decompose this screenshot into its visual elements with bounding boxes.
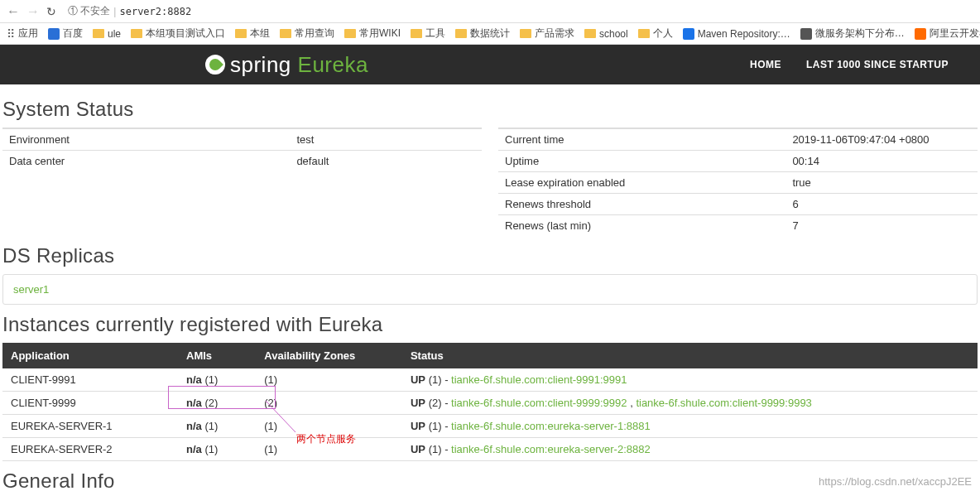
status-key: Renews (last min) <box>498 215 785 237</box>
status-value: 6 <box>785 194 978 215</box>
folder-icon <box>344 29 356 38</box>
system-status-right-table: Current time2019-11-06T09:47:04 +0800Upt… <box>498 128 978 236</box>
folder-icon <box>638 29 650 38</box>
bookmark-item[interactable]: 微服务架构下分布… <box>800 26 905 41</box>
status-key: Environment <box>2 128 290 151</box>
apps-button[interactable]: ⠿ 应用 <box>7 26 38 41</box>
favicon-icon <box>683 28 694 40</box>
status-row: Data centerdefault <box>2 151 482 172</box>
status-row: Lease expiration enabledtrue <box>498 172 978 194</box>
cell-az: (1) <box>256 415 402 438</box>
col-application: Application <box>2 343 178 368</box>
replica-box: server1 <box>2 274 978 305</box>
status-value: default <box>290 151 482 172</box>
address-bar[interactable]: ① 不安全 | server2:8882 <box>68 4 191 18</box>
back-button[interactable]: ← <box>7 4 20 19</box>
cell-az: (2) <box>256 392 402 415</box>
col-status: Status <box>402 343 978 368</box>
favicon-icon <box>800 28 812 40</box>
bookmark-item[interactable]: ule <box>93 26 121 41</box>
col-amis: AMIs <box>178 343 256 368</box>
apps-grid-icon: ⠿ <box>7 27 15 41</box>
cell-amis: n/a (1) <box>178 415 256 438</box>
status-value: 00:14 <box>785 151 978 172</box>
bookmark-item[interactable]: 数据统计 <box>455 26 510 41</box>
bookmark-item[interactable]: 工具 <box>411 26 445 41</box>
table-row: CLIENT-9999n/a (2)(2)UP (2) - tianke-6f.… <box>2 392 978 415</box>
bookmark-item[interactable]: 个人 <box>638 26 673 41</box>
folder-icon <box>235 29 247 38</box>
bookmark-item[interactable]: 常用查询 <box>280 26 334 41</box>
cell-amis: n/a (1) <box>178 368 256 392</box>
status-key: Lease expiration enabled <box>498 172 785 194</box>
watermark: https://blog.csdn.net/xaccpJ2EE <box>819 475 972 488</box>
system-status-left-table: EnvironmenttestData centerdefault <box>2 128 482 171</box>
instance-link[interactable]: tianke-6f.shule.com:eureka-server-1:8881 <box>451 420 651 432</box>
brand-eureka: Eureka <box>298 52 368 77</box>
table-row: EUREKA-SERVER-2n/a (1)(1)UP (1) - tianke… <box>2 438 978 461</box>
status-row: Renews threshold6 <box>498 194 978 215</box>
status-value: 7 <box>785 215 978 237</box>
bookmark-item[interactable]: 阿里云开发者社区… <box>915 26 980 41</box>
bookmark-item[interactable]: 百度 <box>48 26 83 41</box>
status-row: Environmenttest <box>2 128 482 151</box>
status-row: Current time2019-11-06T09:47:04 +0800 <box>498 128 978 151</box>
nav-last1000[interactable]: LAST 1000 SINCE STARTUP <box>806 59 949 70</box>
table-row: EUREKA-SERVER-1n/a (1)(1)UP (1) - tianke… <box>2 415 978 438</box>
col-az: Availability Zones <box>256 343 402 368</box>
replica-link[interactable]: server1 <box>13 283 49 296</box>
folder-icon <box>93 29 104 38</box>
instance-link[interactable]: tianke-6f.shule.com:client-9999:9993 <box>636 397 811 409</box>
bookmarks-bar: ⠿ 应用 百度ule本组项目测试入口本组常用查询常用WIKI工具数据统计产品需求… <box>0 23 980 45</box>
favicon-icon <box>48 28 60 40</box>
nav-links: HOME LAST 1000 SINCE STARTUP <box>750 59 949 70</box>
table-row: CLIENT-9991n/a (1)(1)UP (1) - tianke-6f.… <box>2 368 978 392</box>
folder-icon <box>411 29 422 38</box>
app-header: spring Eureka HOME LAST 1000 SINCE START… <box>0 45 980 84</box>
folder-icon <box>520 29 531 38</box>
favicon-icon <box>915 28 926 40</box>
folder-icon <box>584 29 596 38</box>
cell-amis: n/a (1) <box>178 438 256 461</box>
status-row: Renews (last min)7 <box>498 215 978 237</box>
instance-link[interactable]: tianke-6f.shule.com:client-9999:9992 <box>451 397 627 409</box>
spring-logo-icon <box>205 55 225 75</box>
brand-spring: spring <box>230 52 291 77</box>
forward-button[interactable]: → <box>26 4 40 19</box>
bookmark-item[interactable]: 本组项目测试入口 <box>131 26 225 41</box>
status-row: Uptime00:14 <box>498 151 978 172</box>
security-indicator: ① 不安全 <box>68 4 110 18</box>
bookmark-item[interactable]: 常用WIKI <box>344 26 401 41</box>
cell-application: EUREKA-SERVER-1 <box>2 415 178 438</box>
status-value: test <box>290 128 482 151</box>
cell-az: (1) <box>256 438 402 461</box>
system-status-heading: System Status <box>2 98 978 121</box>
cell-status: UP (1) - tianke-6f.shule.com:eureka-serv… <box>402 438 978 461</box>
instance-link[interactable]: tianke-6f.shule.com:eureka-server-2:8882 <box>451 443 651 455</box>
status-key: Data center <box>2 151 290 172</box>
bookmark-item[interactable]: Maven Repository:… <box>683 26 790 41</box>
cell-amis: n/a (2) <box>178 392 256 415</box>
reload-button[interactable]: ↻ <box>46 5 56 18</box>
folder-icon <box>280 29 291 38</box>
folder-icon <box>455 29 467 38</box>
nav-home[interactable]: HOME <box>750 59 781 70</box>
bookmark-item[interactable]: school <box>584 26 628 41</box>
status-key: Current time <box>498 128 785 151</box>
cell-application: CLIENT-9999 <box>2 392 178 415</box>
instance-link[interactable]: tianke-6f.shule.com:client-9991:9991 <box>451 373 627 386</box>
instances-heading: Instances currently registered with Eure… <box>2 313 978 336</box>
address-text: server2:8882 <box>119 6 191 17</box>
cell-status: UP (2) - tianke-6f.shule.com:client-9999… <box>402 392 978 415</box>
cell-status: UP (1) - tianke-6f.shule.com:client-9991… <box>402 368 978 392</box>
bookmark-item[interactable]: 产品需求 <box>520 26 574 41</box>
browser-bar: ← → ↻ ① 不安全 | server2:8882 <box>0 0 980 23</box>
cell-az: (1) <box>256 368 402 392</box>
status-key: Uptime <box>498 151 785 172</box>
cell-application: CLIENT-9991 <box>2 368 178 392</box>
bookmark-item[interactable]: 本组 <box>235 26 270 41</box>
folder-icon <box>131 29 142 38</box>
brand: spring Eureka <box>205 52 368 78</box>
status-value: true <box>785 172 978 194</box>
cell-application: EUREKA-SERVER-2 <box>2 438 178 461</box>
